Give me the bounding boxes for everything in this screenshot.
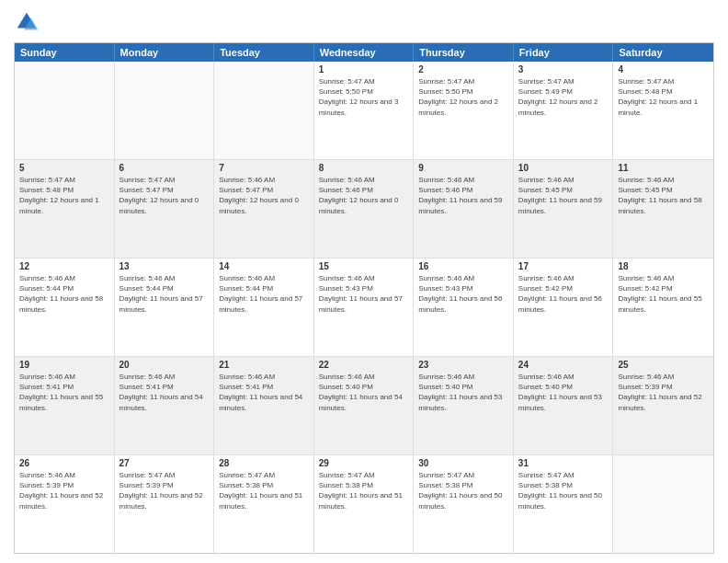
logo-icon (14, 9, 40, 35)
calendar-row-3: 19Sunrise: 5:46 AM Sunset: 5:41 PM Dayli… (15, 357, 713, 455)
weekday-header-thursday: Thursday (414, 43, 514, 62)
calendar-cell-0-1 (115, 62, 215, 159)
calendar-cell-4-6 (613, 455, 713, 553)
calendar-cell-1-4: 9Sunrise: 5:46 AM Sunset: 5:46 PM Daylig… (414, 160, 514, 258)
cell-info: Sunrise: 5:47 AM Sunset: 5:38 PM Dayligh… (518, 470, 609, 511)
calendar-cell-3-6: 25Sunrise: 5:46 AM Sunset: 5:39 PM Dayli… (613, 357, 713, 454)
calendar-cell-2-3: 15Sunrise: 5:46 AM Sunset: 5:43 PM Dayli… (314, 259, 415, 356)
weekday-header-friday: Friday (514, 43, 614, 62)
day-number: 31 (518, 458, 609, 468)
cell-info: Sunrise: 5:46 AM Sunset: 5:41 PM Dayligh… (119, 372, 210, 413)
day-number: 25 (618, 360, 709, 370)
calendar-cell-3-4: 23Sunrise: 5:46 AM Sunset: 5:40 PM Dayli… (414, 357, 514, 454)
cell-info: Sunrise: 5:46 AM Sunset: 5:43 PM Dayligh… (319, 273, 409, 315)
calendar-cell-4-3: 29Sunrise: 5:47 AM Sunset: 5:38 PM Dayli… (314, 455, 415, 553)
weekday-header-monday: Monday (115, 43, 215, 62)
cell-info: Sunrise: 5:47 AM Sunset: 5:49 PM Dayligh… (518, 76, 609, 118)
calendar-cell-1-2: 7Sunrise: 5:46 AM Sunset: 5:47 PM Daylig… (214, 160, 314, 258)
day-number: 6 (119, 163, 210, 173)
day-number: 7 (219, 163, 309, 173)
cell-info: Sunrise: 5:47 AM Sunset: 5:47 PM Dayligh… (119, 175, 210, 216)
day-number: 18 (618, 261, 709, 271)
calendar: SundayMondayTuesdayWednesdayThursdayFrid… (14, 42, 714, 554)
cell-info: Sunrise: 5:46 AM Sunset: 5:44 PM Dayligh… (19, 273, 109, 315)
day-number: 3 (518, 64, 609, 75)
day-number: 5 (19, 163, 109, 173)
weekday-header-saturday: Saturday (613, 43, 713, 62)
cell-info: Sunrise: 5:47 AM Sunset: 5:48 PM Dayligh… (19, 175, 109, 216)
day-number: 16 (418, 261, 508, 271)
calendar-body: 1Sunrise: 5:47 AM Sunset: 5:50 PM Daylig… (15, 62, 713, 553)
cell-info: Sunrise: 5:47 AM Sunset: 5:50 PM Dayligh… (418, 76, 508, 118)
day-number: 15 (319, 261, 409, 271)
cell-info: Sunrise: 5:47 AM Sunset: 5:38 PM Dayligh… (418, 470, 508, 511)
header (14, 9, 714, 35)
calendar-cell-3-1: 20Sunrise: 5:46 AM Sunset: 5:41 PM Dayli… (115, 357, 215, 454)
day-number: 24 (518, 360, 609, 370)
day-number: 19 (19, 360, 109, 370)
calendar-cell-3-3: 22Sunrise: 5:46 AM Sunset: 5:40 PM Dayli… (314, 357, 415, 454)
day-number: 14 (219, 261, 309, 271)
day-number: 2 (418, 64, 508, 75)
cell-info: Sunrise: 5:46 AM Sunset: 5:46 PM Dayligh… (418, 175, 508, 216)
cell-info: Sunrise: 5:46 AM Sunset: 5:47 PM Dayligh… (219, 175, 309, 216)
cell-info: Sunrise: 5:46 AM Sunset: 5:46 PM Dayligh… (319, 175, 409, 216)
day-number: 29 (319, 458, 409, 468)
calendar-cell-1-0: 5Sunrise: 5:47 AM Sunset: 5:48 PM Daylig… (15, 160, 115, 258)
cell-info: Sunrise: 5:46 AM Sunset: 5:40 PM Dayligh… (319, 372, 409, 413)
calendar-header: SundayMondayTuesdayWednesdayThursdayFrid… (15, 43, 713, 62)
calendar-cell-2-0: 12Sunrise: 5:46 AM Sunset: 5:44 PM Dayli… (15, 259, 115, 356)
calendar-row-1: 5Sunrise: 5:47 AM Sunset: 5:48 PM Daylig… (15, 160, 713, 259)
day-number: 17 (518, 261, 609, 271)
cell-info: Sunrise: 5:47 AM Sunset: 5:39 PM Dayligh… (119, 470, 210, 511)
calendar-cell-2-1: 13Sunrise: 5:46 AM Sunset: 5:44 PM Dayli… (115, 259, 215, 356)
calendar-cell-2-2: 14Sunrise: 5:46 AM Sunset: 5:44 PM Dayli… (214, 259, 314, 356)
day-number: 30 (418, 458, 508, 468)
calendar-cell-4-4: 30Sunrise: 5:47 AM Sunset: 5:38 PM Dayli… (414, 455, 514, 553)
day-number: 9 (418, 163, 508, 173)
cell-info: Sunrise: 5:46 AM Sunset: 5:44 PM Dayligh… (219, 273, 309, 315)
weekday-header-wednesday: Wednesday (314, 43, 415, 62)
calendar-row-2: 12Sunrise: 5:46 AM Sunset: 5:44 PM Dayli… (15, 259, 713, 357)
calendar-cell-0-4: 2Sunrise: 5:47 AM Sunset: 5:50 PM Daylig… (414, 62, 514, 159)
calendar-cell-0-6: 4Sunrise: 5:47 AM Sunset: 5:48 PM Daylig… (613, 62, 713, 159)
cell-info: Sunrise: 5:46 AM Sunset: 5:41 PM Dayligh… (219, 372, 309, 413)
weekday-header-sunday: Sunday (15, 43, 115, 62)
cell-info: Sunrise: 5:46 AM Sunset: 5:42 PM Dayligh… (618, 273, 709, 315)
cell-info: Sunrise: 5:46 AM Sunset: 5:41 PM Dayligh… (19, 372, 109, 413)
cell-info: Sunrise: 5:46 AM Sunset: 5:40 PM Dayligh… (518, 372, 609, 413)
calendar-cell-3-5: 24Sunrise: 5:46 AM Sunset: 5:40 PM Dayli… (514, 357, 614, 454)
cell-info: Sunrise: 5:46 AM Sunset: 5:42 PM Dayligh… (518, 273, 609, 315)
calendar-cell-4-2: 28Sunrise: 5:47 AM Sunset: 5:38 PM Dayli… (214, 455, 314, 553)
calendar-cell-3-2: 21Sunrise: 5:46 AM Sunset: 5:41 PM Dayli… (214, 357, 314, 454)
day-number: 26 (19, 458, 109, 468)
calendar-cell-0-2 (214, 62, 314, 159)
cell-info: Sunrise: 5:46 AM Sunset: 5:39 PM Dayligh… (19, 470, 109, 511)
calendar-cell-0-3: 1Sunrise: 5:47 AM Sunset: 5:50 PM Daylig… (314, 62, 415, 159)
day-number: 8 (319, 163, 409, 173)
day-number: 1 (319, 64, 409, 75)
day-number: 10 (518, 163, 609, 173)
calendar-cell-1-3: 8Sunrise: 5:46 AM Sunset: 5:46 PM Daylig… (314, 160, 415, 258)
calendar-cell-4-5: 31Sunrise: 5:47 AM Sunset: 5:38 PM Dayli… (514, 455, 614, 553)
day-number: 21 (219, 360, 309, 370)
cell-info: Sunrise: 5:46 AM Sunset: 5:44 PM Dayligh… (119, 273, 210, 315)
calendar-cell-4-1: 27Sunrise: 5:47 AM Sunset: 5:39 PM Dayli… (115, 455, 215, 553)
cell-info: Sunrise: 5:46 AM Sunset: 5:39 PM Dayligh… (618, 372, 709, 413)
logo (14, 9, 43, 35)
calendar-row-4: 26Sunrise: 5:46 AM Sunset: 5:39 PM Dayli… (15, 455, 713, 553)
cell-info: Sunrise: 5:47 AM Sunset: 5:38 PM Dayligh… (319, 470, 409, 511)
calendar-cell-1-6: 11Sunrise: 5:46 AM Sunset: 5:45 PM Dayli… (613, 160, 713, 258)
day-number: 4 (618, 64, 709, 75)
cell-info: Sunrise: 5:46 AM Sunset: 5:40 PM Dayligh… (418, 372, 508, 413)
calendar-cell-2-5: 17Sunrise: 5:46 AM Sunset: 5:42 PM Dayli… (514, 259, 614, 356)
day-number: 28 (219, 458, 309, 468)
calendar-cell-0-5: 3Sunrise: 5:47 AM Sunset: 5:49 PM Daylig… (514, 62, 614, 159)
day-number: 23 (418, 360, 508, 370)
day-number: 27 (119, 458, 210, 468)
day-number: 12 (19, 261, 109, 271)
cell-info: Sunrise: 5:47 AM Sunset: 5:48 PM Dayligh… (618, 76, 709, 118)
cell-info: Sunrise: 5:46 AM Sunset: 5:43 PM Dayligh… (418, 273, 508, 315)
weekday-header-tuesday: Tuesday (214, 43, 314, 62)
calendar-row-0: 1Sunrise: 5:47 AM Sunset: 5:50 PM Daylig… (15, 62, 713, 160)
